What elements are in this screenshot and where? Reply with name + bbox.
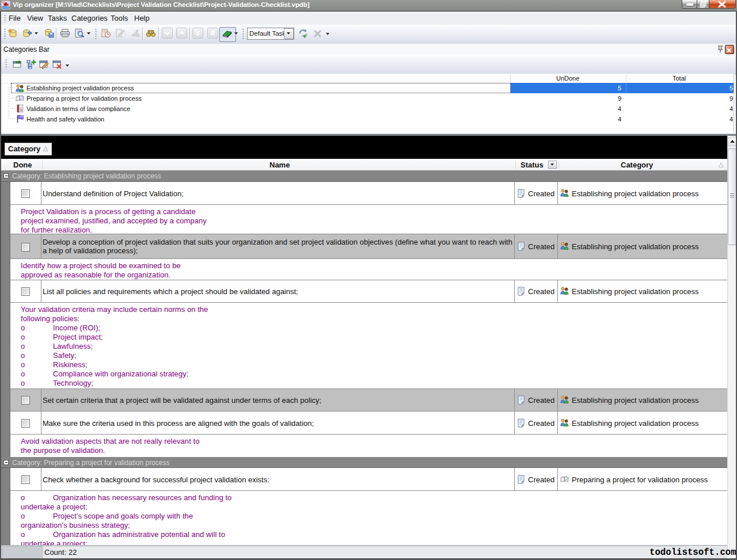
svg-text:5: 5 (20, 108, 22, 112)
